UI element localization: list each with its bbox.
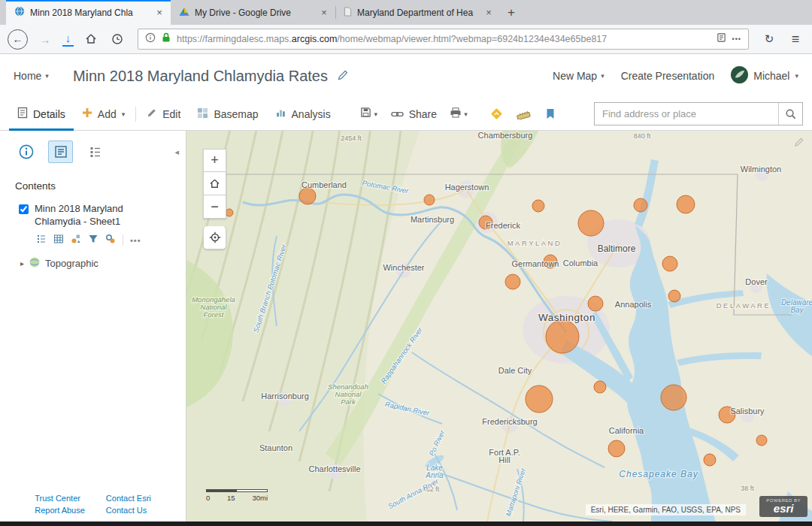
esri-brand-label: esri [766, 503, 801, 515]
chevron-down-icon: ▾ [374, 110, 377, 118]
back-button[interactable]: ← [8, 29, 28, 50]
rate-bubble[interactable] [634, 198, 647, 212]
history-clock-button[interactable] [108, 29, 126, 49]
show-table-icon[interactable] [53, 234, 64, 247]
contact-us-link[interactable]: Contact Us [106, 506, 151, 515]
reload-button[interactable]: ↻ [760, 29, 778, 49]
basemap-layer-item[interactable]: ▸ Topographic [0, 247, 186, 270]
find-my-location-button[interactable] [203, 226, 226, 249]
trust-center-link[interactable]: Trust Center [35, 494, 85, 503]
rate-bubble[interactable] [756, 435, 767, 446]
report-abuse-link[interactable]: Report Abuse [35, 506, 85, 515]
share-button[interactable]: Share [383, 98, 445, 131]
map-canvas[interactable]: ChambersburgWilmingtonCumberlandHagersto… [186, 131, 812, 521]
home-dropdown[interactable]: Home▾ [14, 70, 49, 82]
collapse-panel-icon[interactable]: ◂ [174, 147, 179, 157]
rate-bubble[interactable] [299, 188, 316, 204]
zoom-in-button[interactable]: + [203, 149, 226, 172]
add-dropdown[interactable]: Add ▾ [74, 98, 133, 131]
tab-close-icon[interactable]: × [482, 6, 495, 20]
rate-bubble[interactable] [668, 290, 680, 302]
layer-name[interactable]: Minn 2018 Maryland Chlamydia - Sheet1 [35, 203, 153, 228]
site-info-icon[interactable] [145, 32, 156, 46]
browser-tab-arcgis[interactable]: Minn 2018 Maryland Chla × [6, 0, 171, 25]
page-actions-icon[interactable]: ••• [732, 35, 741, 43]
menu-hamburger-icon[interactable]: ≡ [786, 29, 804, 49]
rate-bubble[interactable] [526, 385, 553, 413]
window-bottom-edge [0, 521, 812, 526]
user-menu[interactable]: Michael ▾ [731, 66, 798, 86]
layer-item: Minn 2018 Maryland Chlamydia - Sheet1 [0, 192, 186, 228]
add-icon [82, 107, 92, 120]
show-legend-icon[interactable] [36, 234, 47, 247]
rate-bubble[interactable] [594, 381, 606, 393]
downloads-button[interactable]: ↓ [62, 32, 74, 47]
map-label: Dale City [498, 366, 532, 375]
more-options-icon[interactable]: ••• [130, 236, 141, 245]
contact-esri-link[interactable]: Contact Esri [106, 494, 151, 503]
basemap-label: Basemap [214, 108, 258, 120]
search-input[interactable] [595, 108, 778, 119]
tab-title: Maryland Department of Hea [357, 8, 477, 18]
browser-tab-google-drive[interactable]: My Drive - Google Drive × [171, 0, 335, 25]
scale-bar: 0 15 30mi [206, 489, 268, 502]
map-overview-icon[interactable] [794, 137, 804, 150]
new-map-dropdown[interactable]: New Map▾ [553, 70, 604, 82]
map-label: Chesapeake Bay [619, 469, 698, 479]
tab-close-icon[interactable]: × [153, 6, 166, 20]
rate-bubble[interactable] [532, 200, 544, 212]
expand-icon[interactable]: ▸ [20, 259, 24, 268]
rate-bubble[interactable] [661, 385, 686, 410]
legend-tab[interactable] [83, 141, 108, 163]
analysis-button[interactable]: Analysis [267, 98, 339, 131]
directions-button[interactable] [483, 98, 510, 131]
map-label: DELAWARE [717, 301, 771, 310]
rate-bubble[interactable] [662, 256, 677, 271]
about-tab[interactable] [14, 141, 38, 163]
create-presentation-button[interactable]: Create Presentation [621, 70, 715, 82]
url-bar[interactable]: https://farmingdalesc.maps.arcgis.com/ho… [138, 29, 749, 50]
map-attribution: Esri, HERE, Garmin, FAO, USGS, EPA, NPS [586, 504, 746, 515]
layer-visibility-checkbox[interactable] [19, 204, 29, 214]
edit-title-pencil-icon[interactable] [337, 68, 349, 85]
map-label: Annapolis [615, 300, 652, 309]
tab-close-icon[interactable]: × [317, 6, 331, 20]
rate-bubble[interactable] [505, 274, 520, 289]
rate-bubble[interactable] [608, 440, 625, 457]
forward-button[interactable]: → [36, 29, 54, 49]
filter-icon[interactable] [88, 234, 98, 247]
details-tab[interactable]: Details [9, 98, 74, 131]
rate-bubble[interactable] [578, 210, 604, 236]
search-button[interactable] [778, 103, 802, 125]
browser-tab-maryland-health[interactable]: Maryland Department of Hea × [335, 0, 500, 25]
edit-button[interactable]: Edit [138, 98, 189, 131]
bookmarks-button[interactable] [537, 98, 564, 131]
reader-mode-icon[interactable] [717, 32, 726, 46]
print-dropdown[interactable]: ▾ [445, 98, 472, 131]
url-domain: arcgis.com [292, 34, 337, 44]
change-style-icon[interactable] [71, 234, 81, 247]
home-button[interactable] [82, 29, 100, 49]
basemap-button[interactable]: Basemap [189, 98, 266, 131]
zoom-out-button[interactable]: − [203, 195, 226, 219]
rate-bubble[interactable] [546, 320, 579, 353]
content-tab[interactable] [48, 141, 73, 163]
default-extent-button[interactable] [203, 172, 226, 195]
url-text[interactable]: https://farmingdalesc.maps.arcgis.com/ho… [177, 34, 710, 44]
new-tab-button[interactable]: + [500, 2, 523, 24]
google-drive-favicon [179, 7, 189, 19]
rate-bubble[interactable] [588, 296, 603, 311]
rate-bubble[interactable] [677, 195, 695, 213]
map-label: Charlottesville [308, 464, 360, 473]
save-dropdown[interactable]: ▾ [356, 98, 383, 131]
arcgis-header: Home▾ Minn 2018 Maryland Chlamydia Rates… [0, 54, 812, 98]
rate-bubble[interactable] [424, 195, 435, 205]
header-right-menu: New Map▾ Create Presentation Michael ▾ [553, 66, 798, 86]
toolbar-divider [135, 107, 136, 122]
https-lock-icon[interactable] [162, 32, 171, 46]
rate-bubble[interactable] [226, 209, 233, 216]
perform-analysis-icon[interactable] [105, 234, 116, 247]
rate-bubble[interactable] [704, 454, 716, 466]
measure-button[interactable] [510, 98, 537, 131]
map-label: 840 ft [634, 132, 651, 140]
